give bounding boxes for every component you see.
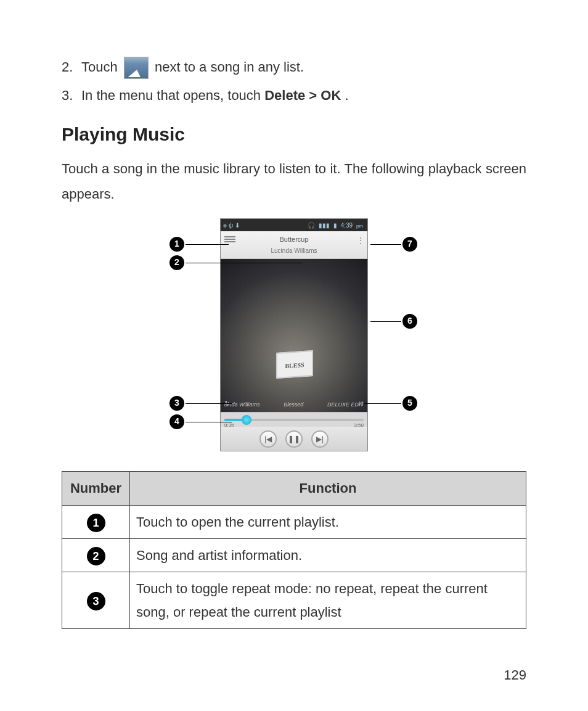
context-menu-icon [124,57,149,79]
section-intro: Touch a song in the music library to lis… [62,156,526,208]
playback-figure: ⎈ψ⬇ 🎧 ▮▮▮ ▮ 4:39 pm Buttercup Lucinda Wi… [183,218,405,459]
battery-icon: ▮ [333,222,337,229]
table-row: 1 Touch to open the current playlist. [62,505,526,538]
callout-6: 6 [369,314,417,329]
step-3: 3. In the menu that opens, touch Delete … [62,84,526,107]
callout-3: 3 [169,396,233,411]
row-badge: 3 [87,592,105,610]
artist-name: Lucinda Williams [239,245,349,256]
row-function: Touch to toggle repeat mode: no repeat, … [130,572,526,629]
step-text: Touch next to a song in any list. [81,55,526,79]
options-icon[interactable]: ⋮ [356,234,364,249]
row-function: Touch to open the current playlist. [130,505,526,538]
function-table: Number Function 1 Touch to open the curr… [62,471,526,629]
step-number: 3. [62,84,81,107]
section-heading: Playing Music [62,118,526,150]
step-2: 2. Touch next to a song in any list. [62,55,526,79]
pause-button[interactable]: ❚❚ [285,430,303,448]
row-badge: 2 [87,547,105,565]
callout-7: 7 [369,237,417,252]
phone-mockup: ⎈ψ⬇ 🎧 ▮▮▮ ▮ 4:39 pm Buttercup Lucinda Wi… [220,218,368,451]
col-function: Function [130,472,526,505]
signal-icon: ▮▮▮ [319,222,330,229]
total-time: 3:50 [354,421,364,430]
prev-button[interactable]: |◀ [259,430,277,448]
row-function: Song and artist information. [130,538,526,572]
album-art[interactable]: BLESS ↻ ⤮ cinda Williams Blessed DELUXE … [221,259,367,412]
album-sign: BLESS [276,350,313,379]
table-row: 3 Touch to toggle repeat mode: no repeat… [62,572,526,629]
playback-controls: |◀ ❚❚ ▶| [221,427,367,451]
step-list: 2. Touch next to a song in any list. 3. … [62,55,526,107]
step-number: 2. [62,55,81,79]
status-time: 4:39 [341,222,353,229]
table-row: 2 Song and artist information. [62,538,526,572]
callout-2: 2 [169,255,304,270]
status-pm: pm [356,223,363,229]
song-title: Buttercup [239,234,349,245]
row-badge: 1 [87,514,105,532]
page-number: 129 [504,664,526,686]
status-bar: ⎈ψ⬇ 🎧 ▮▮▮ ▮ 4:39 pm [221,219,367,231]
step-text: In the menu that opens, touch Delete > O… [81,84,526,107]
callout-4: 4 [169,414,233,429]
headphone-icon: 🎧 [308,222,315,229]
progress-bar[interactable]: 0:35 3:50 [221,412,367,427]
col-number: Number [62,472,130,505]
callout-5: 5 [363,396,417,411]
callout-1: 1 [169,237,230,252]
title-bar: Buttercup Lucinda Williams ⋮ [221,231,367,259]
next-button[interactable]: ▶| [311,430,329,448]
